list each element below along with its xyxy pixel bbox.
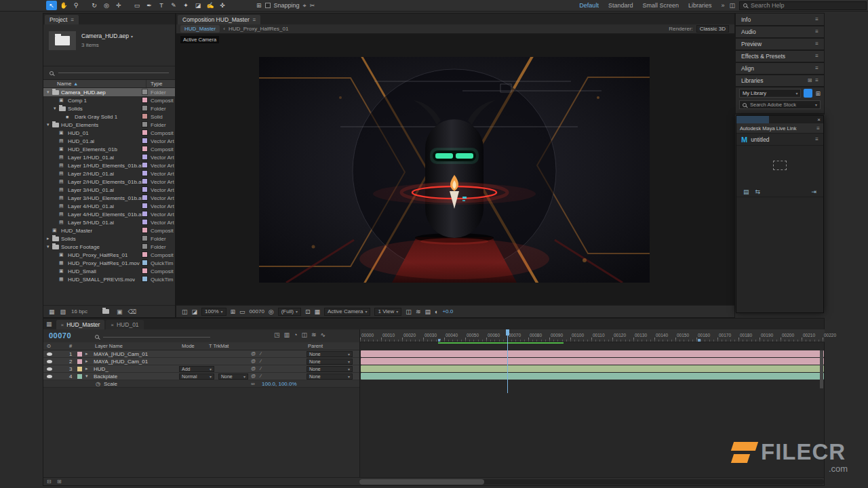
project-row[interactable]: ▤Layer 4/HUD_01.aiVector Art — [43, 202, 175, 210]
column-type[interactable]: Type — [151, 81, 162, 87]
project-row[interactable]: ▤Layer 5/HUD_01.aiVector Art — [43, 218, 175, 226]
project-row[interactable]: ▣HUD_01Composit — [43, 129, 175, 137]
project-row[interactable]: ▾Camera_HUD.aepFolder — [43, 88, 175, 96]
pickwhip-icon[interactable]: @ — [251, 373, 256, 378]
label-chip[interactable] — [142, 211, 147, 216]
trkmat-toggle-icon[interactable]: ∕ — [260, 351, 261, 356]
twirl-icon[interactable]: ▾ — [47, 89, 52, 95]
label-chip[interactable] — [142, 203, 147, 208]
brush-tool[interactable]: ✎ — [168, 1, 179, 10]
shape-tool[interactable]: ▭ — [132, 1, 142, 10]
timeline-track-area[interactable]: 0000000010000200003000040000500006000070… — [359, 329, 824, 477]
timeline-button-icon[interactable]: ▤ — [425, 308, 431, 315]
close-icon[interactable]: × — [111, 322, 114, 328]
workspace-overflow-button[interactable]: » — [721, 2, 724, 9]
timeline-tab-hud-master[interactable]: ×HUD_Master — [56, 320, 105, 329]
exposure-reset-icon[interactable]: ◐ — [435, 308, 438, 315]
mode-select[interactable]: Add▾ — [179, 366, 214, 372]
camera-tool[interactable]: ◎ — [101, 1, 112, 10]
label-chip[interactable] — [142, 179, 147, 184]
motion-blur-icon[interactable]: ≋ — [311, 331, 317, 338]
stopwatch-icon[interactable]: ◷ — [96, 381, 100, 387]
hide-shy-icon[interactable]: ◔ — [294, 331, 297, 338]
label-chip[interactable] — [142, 163, 147, 167]
maya-menu-row[interactable]: Autodesk Maya Live Link ≡ — [736, 123, 823, 134]
label-chip[interactable] — [142, 228, 147, 232]
timeline-tab-hud-01[interactable]: ×HUD_01 — [106, 320, 143, 329]
ruler-marker[interactable] — [438, 339, 441, 342]
delete-item-button[interactable]: ⌫ — [128, 308, 137, 315]
twirl-icon[interactable]: ▾ — [47, 244, 52, 249]
breadcrumb-parent[interactable]: HUD_Proxy_HalfRes_01 — [229, 26, 288, 32]
property-row-scale[interactable]: ◷ Scale ∞ 100.0, 100.0% — [43, 380, 359, 388]
mini-flowchart-icon[interactable]: ▦ — [46, 321, 52, 327]
trkmat-toggle-icon[interactable]: ∕ — [260, 373, 261, 378]
sync-scene-icon[interactable]: ⇆ — [755, 188, 761, 195]
layer-row[interactable]: 2▸MAYA_[HUD_Cam_01@∕None▾ — [43, 358, 359, 365]
comp-flowchart-icon[interactable]: ◳ — [274, 331, 280, 338]
label-chip[interactable] — [142, 130, 147, 135]
exposure-value[interactable]: +0.0 — [442, 308, 453, 314]
pickwhip-icon[interactable]: @ — [251, 366, 256, 371]
magnification-select[interactable]: 100%▾ — [201, 308, 226, 316]
type-tool[interactable]: T — [156, 1, 167, 10]
parent-select[interactable]: None▾ — [307, 373, 353, 380]
project-row[interactable]: ▸SolidsFolder — [43, 235, 175, 243]
label-chip[interactable] — [142, 195, 147, 200]
column-name[interactable]: Name▲ — [57, 81, 78, 87]
close-icon[interactable]: × — [61, 322, 64, 328]
eye-icon[interactable] — [47, 352, 52, 356]
label-chip[interactable] — [142, 89, 147, 94]
panel-section-info[interactable]: Info≡ — [736, 14, 824, 26]
vertical-scrollbar[interactable] — [820, 350, 823, 388]
link-dimensions-icon[interactable]: ∞ — [251, 381, 255, 387]
project-row[interactable]: ▦HUD_Proxy_HalfRes_01.movQuickTim — [43, 259, 175, 267]
label-chip[interactable] — [142, 220, 147, 224]
panel-menu-icon[interactable]: ≡ — [815, 41, 818, 47]
label-chip[interactable] — [142, 236, 147, 241]
export-image-icon[interactable]: ▤ — [743, 188, 749, 195]
resolution-select[interactable]: (Full)▾ — [278, 308, 301, 316]
label-chip[interactable] — [142, 155, 147, 159]
project-row[interactable]: ▣HUD_MasterComposit — [43, 226, 175, 235]
puppet-pin-tool[interactable]: ✜ — [217, 1, 228, 10]
send-scene-icon[interactable]: ⇥ — [811, 188, 816, 195]
label-chip[interactable] — [142, 244, 147, 249]
stock-icon[interactable]: ◫ — [729, 2, 735, 9]
panel-section-align[interactable]: Align≡ — [736, 62, 824, 75]
property-value[interactable]: 100.0, 100.0% — [262, 381, 297, 387]
workspace-standard[interactable]: Standard — [608, 2, 633, 9]
label-chip[interactable] — [142, 138, 147, 143]
project-row[interactable]: ▤Layer 1/HUD_Elements_01b.aiVector Art — [43, 161, 175, 169]
snapshot-camera-icon[interactable]: ◎ — [269, 308, 274, 315]
timeline-search[interactable] — [95, 335, 210, 339]
pen-tool[interactable]: ✒ — [144, 1, 155, 10]
roto-brush-tool[interactable]: ✍ — [205, 1, 216, 10]
camera-select[interactable]: Active Camera▾ — [324, 308, 370, 316]
trkmat-column[interactable]: T TrkMat — [209, 343, 229, 349]
label-chip[interactable] — [142, 277, 147, 281]
project-row[interactable]: ▦HUD_SMALL_PREVIS.movQuickTim — [43, 275, 175, 283]
panel-menu-icon[interactable]: ≡ — [815, 16, 818, 22]
maya-scene-item[interactable]: M untitled ≡ — [736, 134, 823, 146]
project-row[interactable]: ▤Layer 2/HUD_Elements_01b.aiVector Art — [43, 178, 175, 186]
trkmat-select[interactable]: None▾ — [218, 373, 248, 380]
library-select[interactable]: My Library▾ — [739, 89, 801, 98]
maya-panel-tab[interactable] — [736, 116, 769, 123]
twirl-icon[interactable]: ▸ — [85, 359, 88, 364]
project-row[interactable]: ▤Layer 3/HUD_01.aiVector Art — [43, 186, 175, 194]
panel-menu-icon[interactable]: ≡ — [815, 77, 818, 83]
label-chip[interactable] — [77, 359, 82, 364]
toggle-expand-icon[interactable]: ⊟ — [47, 479, 52, 485]
zoom-tool[interactable]: ⚲ — [71, 1, 81, 10]
panel-section-audio[interactable]: Audio≡ — [736, 26, 824, 38]
panel-section-libraries[interactable]: Libraries ⊞≡ — [736, 75, 824, 87]
workspace-libraries[interactable]: Libraries — [688, 2, 712, 9]
layer-row[interactable]: 3▸HUD_Add▾@∕None▾ — [43, 365, 359, 373]
panel-menu-icon[interactable]: ≡ — [815, 28, 818, 35]
label-chip[interactable] — [142, 260, 147, 265]
mode-column[interactable]: Mode — [182, 343, 195, 349]
label-chip[interactable] — [77, 367, 82, 371]
item-thumbnail[interactable] — [49, 31, 76, 50]
snapping-checkbox[interactable] — [265, 3, 271, 8]
